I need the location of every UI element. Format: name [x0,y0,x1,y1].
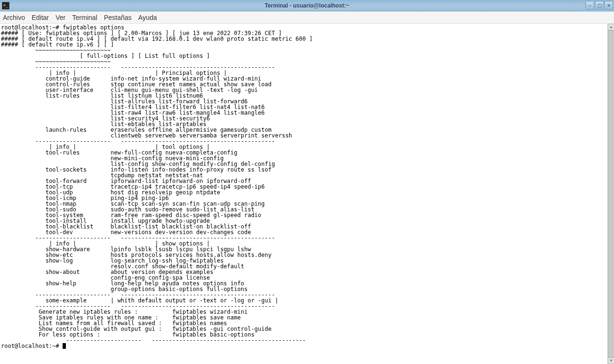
window-title: Terminal - usuario@localhost:~ [265,2,349,9]
scrollbar-down-button[interactable]: ▾ [608,357,614,364]
menu-pestanas[interactable]: Pestañas [104,14,131,21]
maximize-button[interactable]: ▢ [595,1,604,9]
window-controls: – ▢ ✕ [586,1,613,9]
menu-editar[interactable]: Editar [32,14,49,21]
terminal-output[interactable]: root@localhost:~# fwiptables options ###… [0,24,614,364]
menu-ver[interactable]: Ver [55,14,65,21]
menu-ayuda[interactable]: Ayuda [138,14,157,21]
minimize-button[interactable]: – [586,1,594,9]
final-prompt: root@localhost:~# [1,343,63,349]
close-button[interactable]: ✕ [605,1,613,9]
menubar: Archivo Editar Ver Terminal Pestañas Ayu… [0,11,614,24]
scrollbar-thumb[interactable] [608,30,614,357]
scrollbar-up-button[interactable]: ▴ [608,24,614,30]
terminal-app-icon [2,2,9,9]
scrollbar[interactable]: ▴ ▾ [607,24,614,364]
menu-terminal[interactable]: Terminal [72,14,97,21]
titlebar: Terminal - usuario@localhost:~ – ▢ ✕ [0,0,614,11]
cursor-icon [63,343,66,349]
menu-archivo[interactable]: Archivo [3,14,25,21]
